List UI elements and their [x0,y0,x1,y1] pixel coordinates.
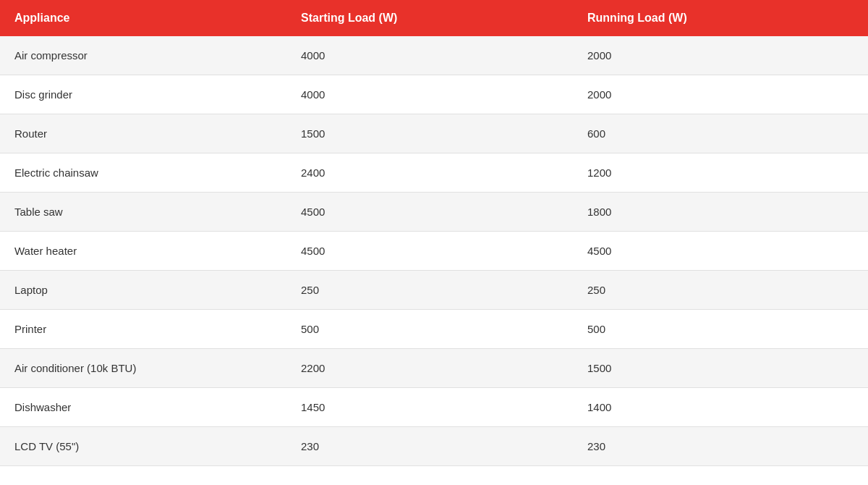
table-row: Air conditioner (10k BTU)22001500 [0,349,868,388]
cell-appliance: Router [0,114,286,153]
cell-starting-load: 4500 [286,193,573,232]
cell-appliance: Printer [0,310,286,349]
cell-starting-load: 2200 [286,349,573,388]
cell-starting-load: 4000 [286,36,573,75]
table-header: Appliance Starting Load (W) Running Load… [0,0,868,36]
table-row: Router1500600 [0,114,868,153]
table-row: Disc grinder40002000 [0,75,868,114]
header-row: Appliance Starting Load (W) Running Load… [0,0,868,36]
cell-starting-load: 2400 [286,153,573,193]
table-row: Water heater45004500 [0,232,868,271]
cell-running-load: 1800 [573,193,868,232]
cell-running-load: 500 [573,310,868,349]
cell-running-load: 250 [573,271,868,310]
cell-appliance: Dishwasher [0,388,286,427]
cell-running-load: 1400 [573,388,868,427]
cell-starting-load: 4500 [286,232,573,271]
table-row: LCD TV (55")230230 [0,427,868,466]
cell-starting-load: 250 [286,271,573,310]
cell-starting-load: 230 [286,427,573,466]
cell-starting-load: 1450 [286,388,573,427]
cell-appliance: Air compressor [0,36,286,75]
cell-running-load: 600 [573,114,868,153]
appliance-table: Appliance Starting Load (W) Running Load… [0,0,868,466]
header-appliance: Appliance [0,0,286,36]
cell-running-load: 2000 [573,36,868,75]
cell-starting-load: 1500 [286,114,573,153]
cell-running-load: 4500 [573,232,868,271]
cell-appliance: Table saw [0,193,286,232]
table-row: Table saw45001800 [0,193,868,232]
cell-appliance: Electric chainsaw [0,153,286,193]
header-running-load: Running Load (W) [573,0,868,36]
table-row: Electric chainsaw24001200 [0,153,868,193]
cell-running-load: 1200 [573,153,868,193]
cell-running-load: 230 [573,427,868,466]
cell-appliance: Laptop [0,271,286,310]
cell-appliance: Disc grinder [0,75,286,114]
cell-starting-load: 500 [286,310,573,349]
cell-appliance: Air conditioner (10k BTU) [0,349,286,388]
table-row: Dishwasher14501400 [0,388,868,427]
table-row: Laptop250250 [0,271,868,310]
table-body: Air compressor40002000Disc grinder400020… [0,36,868,466]
header-starting-load: Starting Load (W) [286,0,573,36]
table-row: Air compressor40002000 [0,36,868,75]
cell-running-load: 2000 [573,75,868,114]
cell-running-load: 1500 [573,349,868,388]
table-row: Printer500500 [0,310,868,349]
cell-appliance: LCD TV (55") [0,427,286,466]
cell-starting-load: 4000 [286,75,573,114]
cell-appliance: Water heater [0,232,286,271]
